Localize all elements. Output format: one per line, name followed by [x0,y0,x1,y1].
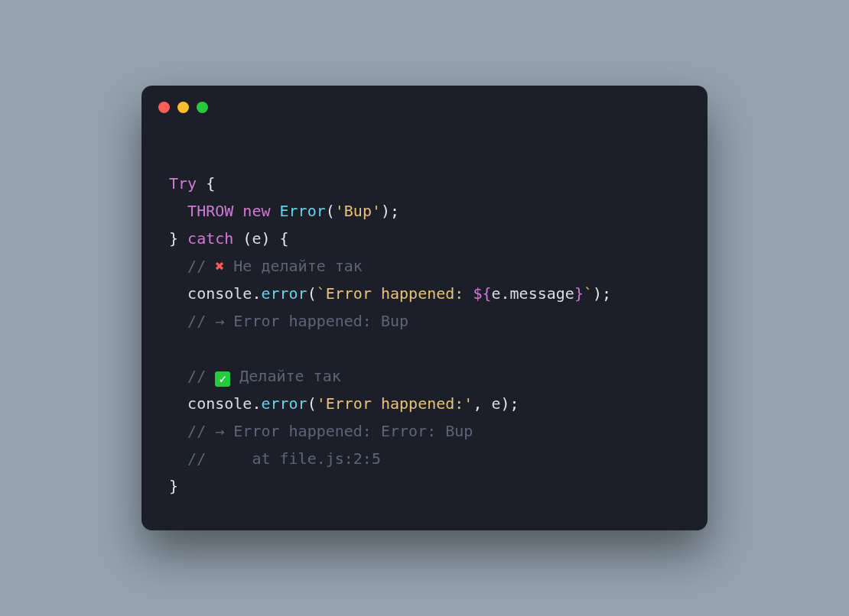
interp-close: } [574,284,584,303]
paren: ) { [261,229,288,248]
comment-output-2a: // → Error happened: Error: Bup [187,422,473,440]
keyword-new: new [233,202,270,220]
backtick: ` [584,284,593,303]
maximize-icon[interactable] [197,102,208,113]
comment-output-1: // → Error happened: Bup [187,312,408,330]
comment-text: Не делайте так [224,257,363,275]
template-string: Error happened: [326,284,473,303]
keyword-try: Try [169,174,197,193]
identifier-console: console [187,284,252,303]
method-error: error [261,394,307,413]
identifier-e: e [252,229,261,248]
x-mark-icon: ✖ [215,257,224,275]
identifier-console: console [187,394,252,413]
brace: { [197,174,215,193]
paren: ); [381,202,399,220]
string-literal: 'Error happened:' [317,394,473,413]
keyword-catch: catch [178,229,233,248]
keyword-throw: THROW [187,202,233,220]
paren: ( [233,229,252,248]
paren: ( [307,284,317,303]
dot: . [252,284,261,303]
brace: } [169,229,178,248]
interp-open: ${ [473,284,491,303]
dot: . [252,394,261,413]
close-icon[interactable] [158,102,170,113]
comma: , [473,394,491,413]
method-error: error [261,284,307,303]
comment-slashes: // [187,367,215,385]
class-error: Error [270,202,325,220]
expr-e-message: e.message [492,284,574,303]
backtick: ` [317,284,326,303]
comment-text: Делайте так [230,367,341,385]
comment-output-2b: // at file.js:2:5 [187,449,381,468]
string-bup: 'Bup' [335,202,381,220]
comment-slashes: // [187,257,215,275]
paren: ( [326,202,335,220]
code-block: Try { THROW new Error('Bup'); } catch (e… [142,128,708,530]
code-window: Try { THROW new Error('Bup'); } catch (e… [142,86,708,530]
minimize-icon[interactable] [177,102,189,113]
comment-dont: // ✖ Не делайте так [187,257,363,275]
paren: ( [307,394,317,413]
brace: } [169,477,178,495]
window-titlebar [142,86,708,128]
paren: ); [593,284,611,303]
check-mark-icon: ✓ [215,371,230,387]
comment-do: // ✓ Делайте так [187,367,341,385]
paren: ); [501,394,519,413]
identifier-e: e [492,394,501,413]
